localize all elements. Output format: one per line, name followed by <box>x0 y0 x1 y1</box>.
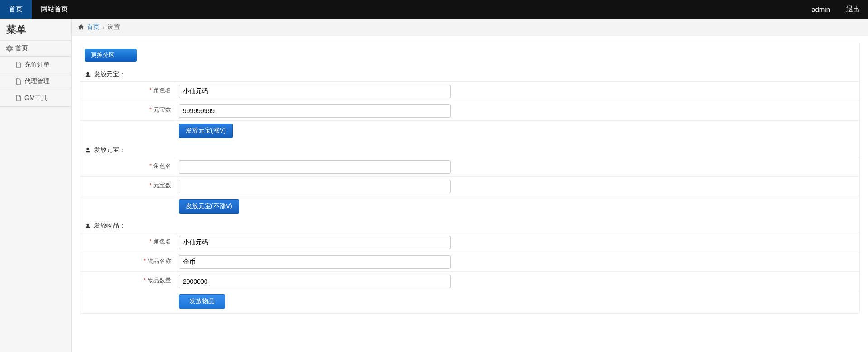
topnav-left: 首页 网站首页 <box>0 0 77 19</box>
form-field <box>175 272 859 291</box>
form-row: 发放元宝(不涨V) <box>80 196 859 216</box>
topnav-right: admin 退出 <box>803 0 868 19</box>
text-input[interactable] <box>179 236 451 249</box>
switch-zone-button[interactable]: 更换分区 <box>85 49 137 62</box>
main-panel: 更换分区 发放元宝：*角色名*元宝数发放元宝(涨V)发放元宝：*角色名*元宝数发… <box>80 43 860 314</box>
form-label: *角色名 <box>80 82 175 101</box>
file-icon <box>15 62 22 68</box>
switch-zone-row: 更换分区 <box>80 43 859 65</box>
breadcrumb-current: 设置 <box>107 23 120 31</box>
form-label: *物品名称 <box>80 252 175 271</box>
form-table: *角色名*元宝数发放元宝(涨V) <box>80 81 859 141</box>
sidebar-root-home[interactable]: 首页 <box>0 40 71 57</box>
form-field <box>175 252 859 271</box>
form-field <box>175 101 859 120</box>
section-title: 发放物品： <box>94 222 125 230</box>
sidebar-item-label: 代理管理 <box>24 77 50 86</box>
topnav-home[interactable]: 首页 <box>0 0 32 19</box>
form-table: *角色名*物品名称*物品数量发放物品 <box>80 233 859 311</box>
topbar: 首页 网站首页 admin 退出 <box>0 0 868 19</box>
form-field: 发放元宝(涨V) <box>175 121 859 141</box>
form-row: *物品名称 <box>80 252 859 272</box>
form-field <box>175 233 859 252</box>
form-label <box>80 121 175 141</box>
form-label <box>80 291 175 311</box>
form-row: *元宝数 <box>80 101 859 121</box>
sidebar-item-agent[interactable]: 代理管理 <box>0 73 71 90</box>
text-input[interactable] <box>179 255 451 269</box>
content: 首页 › 设置 更换分区 发放元宝：*角色名*元宝数发放元宝(涨V)发放元宝：*… <box>72 19 868 352</box>
breadcrumb-home[interactable]: 首页 <box>87 23 100 31</box>
text-input[interactable] <box>179 104 451 118</box>
form-table: *角色名*元宝数发放元宝(不涨V) <box>80 157 859 216</box>
form-label: *物品数量 <box>80 272 175 291</box>
sidebar-item-label: 充值订单 <box>24 61 50 69</box>
section-title: 发放元宝： <box>94 146 125 154</box>
sidebar-item-label: GM工具 <box>24 94 48 102</box>
form-row: *角色名 <box>80 82 859 101</box>
section-header: 发放元宝： <box>80 141 859 157</box>
breadcrumb: 首页 › 设置 <box>72 19 868 36</box>
breadcrumb-sep: › <box>102 24 105 31</box>
text-input[interactable] <box>179 160 451 174</box>
user-icon <box>85 147 91 153</box>
home-icon <box>78 24 84 30</box>
submit-button[interactable]: 发放元宝(不涨V) <box>179 199 239 214</box>
user-icon <box>85 223 91 229</box>
form-row: *角色名 <box>80 233 859 252</box>
form-row: 发放物品 <box>80 291 859 311</box>
user-icon <box>85 71 91 78</box>
text-input[interactable] <box>179 275 451 288</box>
gear-icon <box>6 45 13 52</box>
sidebar: 菜单 首页 充值订单 代理管理 GM工具 <box>0 19 72 352</box>
topnav-user[interactable]: admin <box>803 0 838 19</box>
form-row: *物品数量 <box>80 272 859 291</box>
form-row: *元宝数 <box>80 177 859 196</box>
sidebar-root-label: 首页 <box>15 44 28 52</box>
file-icon <box>15 95 22 101</box>
form-field: 发放物品 <box>175 291 859 311</box>
form-label: *元宝数 <box>80 177 175 196</box>
section-header: 发放元宝： <box>80 65 859 81</box>
form-label: *角色名 <box>80 157 175 176</box>
text-input[interactable] <box>179 180 451 193</box>
topnav-logout[interactable]: 退出 <box>838 0 868 19</box>
form-label: *角色名 <box>80 233 175 252</box>
form-field <box>175 82 859 101</box>
sidebar-item-gmtool[interactable]: GM工具 <box>0 90 71 107</box>
topnav-site-home[interactable]: 网站首页 <box>32 0 77 19</box>
submit-button[interactable]: 发放物品 <box>179 294 225 309</box>
sidebar-title: 菜单 <box>0 19 71 40</box>
form-label <box>80 196 175 216</box>
form-row: 发放元宝(涨V) <box>80 121 859 141</box>
sidebar-item-recharge[interactable]: 充值订单 <box>0 57 71 73</box>
submit-button[interactable]: 发放元宝(涨V) <box>179 124 233 138</box>
text-input[interactable] <box>179 85 451 98</box>
file-icon <box>15 78 22 85</box>
form-field: 发放元宝(不涨V) <box>175 196 859 216</box>
section-title: 发放元宝： <box>94 71 125 79</box>
form-label: *元宝数 <box>80 101 175 120</box>
section-header: 发放物品： <box>80 216 859 233</box>
form-field <box>175 177 859 196</box>
form-row: *角色名 <box>80 157 859 177</box>
form-field <box>175 157 859 176</box>
